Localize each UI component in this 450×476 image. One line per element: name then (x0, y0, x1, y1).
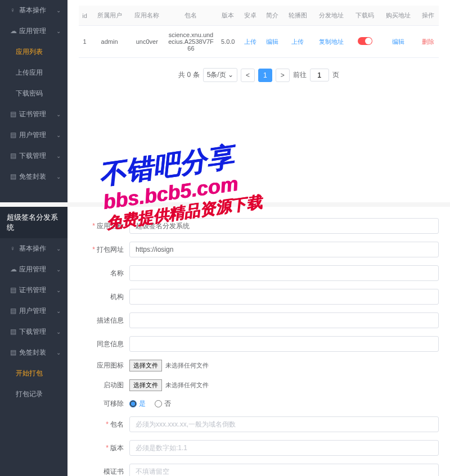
sidebar-item-用户管理[interactable]: ▤用户管理⌄ (0, 301, 68, 321)
sidebar-item-下载管理[interactable]: ▤下载管理⌄ (0, 321, 68, 342)
th-id: id (79, 6, 91, 26)
pkg-input[interactable] (129, 416, 439, 432)
upload-carousel-link[interactable]: 上传 (291, 38, 304, 45)
sidebar-item-应用列表[interactable]: 应用列表 (0, 42, 68, 62)
desc-label: 描述信息 (79, 316, 124, 325)
appname-label: 应用名称 (79, 221, 124, 231)
doc-icon: ▤ (10, 348, 17, 356)
sidebar-item-label: 证书管理 (19, 286, 46, 294)
edit-buy-link[interactable]: 编辑 (392, 38, 404, 45)
sidebar-item-label: 下载管理 (19, 328, 46, 336)
chevron-down-icon: ⌄ (56, 246, 61, 252)
copy-address-link[interactable]: 复制地址 (319, 38, 344, 45)
pager-page-1-button[interactable]: 1 (258, 69, 272, 82)
sidebar-item-上传应用[interactable]: 上传应用 (0, 62, 68, 83)
pager-next-button[interactable]: > (276, 69, 290, 82)
chevron-down-icon: ⌄ (56, 308, 61, 314)
th-下载码: 下载码 (350, 6, 380, 26)
sidebar-item-应用管理[interactable]: ☁应用管理⌄ (0, 259, 68, 280)
sidebar-item-label: 基本操作 (19, 6, 46, 14)
sidebar-item-打包记录[interactable]: 打包记录 (0, 384, 68, 405)
cert-label: 模证书 (79, 467, 124, 477)
chevron-down-icon: ⌄ (56, 266, 61, 273)
chevron-down-icon: ⌄ (56, 28, 61, 34)
icon-file-text: 未选择任何文件 (165, 361, 209, 370)
doc-icon: ▤ (10, 328, 17, 336)
sidebar-item-免签封装[interactable]: ▤免签封装⌄ (0, 166, 68, 187)
sidebar-item-证书管理[interactable]: ▤证书管理⌄ (0, 104, 68, 125)
splash-file-text: 未选择任何文件 (165, 381, 209, 389)
sidebar-item-开始打包[interactable]: 开始打包 (0, 363, 68, 384)
sidebar-item-label: 下载管理 (19, 152, 46, 160)
doc-icon: ▤ (10, 152, 17, 160)
app-table: id所属用户应用名称包名版本安卓简介轮播图分发地址下载码购买地址操作 1 adm… (79, 6, 439, 58)
name-input[interactable] (129, 265, 439, 281)
doc-icon: ▤ (10, 131, 17, 139)
cell-user: admin (91, 26, 128, 58)
splash-file-button[interactable]: 选择文件 (129, 379, 162, 391)
removable-no-label: 否 (164, 399, 171, 409)
doc-icon: ▤ (10, 173, 17, 180)
sidebar-item-证书管理[interactable]: ▤证书管理⌄ (0, 280, 68, 301)
th-轮播图: 轮播图 (283, 6, 313, 26)
chevron-down-icon: ⌄ (56, 287, 61, 293)
cell-pkg: science.xnu.undecius.A2538V7F66 (166, 26, 217, 58)
removable-yes-radio[interactable] (129, 400, 137, 407)
th-所属用户: 所属用户 (91, 6, 128, 26)
sidebar-item-基本操作[interactable]: ♀基本操作⌄ (0, 238, 68, 259)
bottom-screen: 超级签名分发系统 ♀基本操作⌄☁应用管理⌄▤证书管理⌄▤用户管理⌄▤下载管理⌄▤… (0, 207, 450, 476)
system-title: 超级签名分发系统 (0, 207, 68, 238)
url-input[interactable] (129, 242, 439, 257)
pager-goto-suffix: 页 (332, 70, 339, 80)
th-购买地址: 购买地址 (380, 6, 417, 26)
pager-goto-input[interactable] (310, 69, 329, 81)
th-包名: 包名 (166, 6, 217, 26)
upload-android-link[interactable]: 上传 (244, 38, 256, 45)
download-code-switch[interactable] (358, 37, 372, 45)
user-icon: ♀ (10, 244, 17, 252)
table-row: 1 admin unc0ver science.xnu.undecius.A25… (79, 26, 439, 58)
url-label: 打包网址 (79, 245, 124, 255)
sidebar-item-label: 免签封装 (19, 173, 46, 180)
removable-label: 可移除 (79, 399, 124, 409)
per-page-select[interactable]: 5条/页 ⌄ (203, 68, 237, 82)
org-label: 机构 (79, 292, 124, 302)
appname-input[interactable] (129, 218, 439, 234)
cell-appname: unc0ver (128, 26, 166, 58)
org-input[interactable] (129, 289, 439, 305)
pkg-label: 包名 (79, 420, 124, 429)
ver-input[interactable] (129, 440, 439, 456)
top-screen: ♀基本操作⌄☁应用管理⌄应用列表上传应用下载密码▤证书管理⌄▤用户管理⌄▤下载管… (0, 0, 450, 202)
th-应用名称: 应用名称 (128, 6, 166, 26)
chevron-down-icon: ⌄ (56, 111, 61, 117)
icon-label: 应用图标 (79, 361, 124, 370)
removable-no-radio[interactable] (155, 400, 162, 407)
sidebar-item-下载管理[interactable]: ▤下载管理⌄ (0, 146, 68, 166)
sidebar-item-用户管理[interactable]: ▤用户管理⌄ (0, 125, 68, 146)
cloud-icon: ☁ (10, 27, 17, 35)
chevron-down-icon: ⌄ (56, 350, 61, 356)
splash-label: 启动图 (79, 380, 124, 390)
sidebar-item-基本操作[interactable]: ♀基本操作⌄ (0, 0, 68, 21)
sidebar-item-下载密码[interactable]: 下载密码 (0, 83, 68, 104)
agree-input[interactable] (129, 336, 439, 352)
sidebar-item-label: 免签封装 (19, 348, 46, 356)
ver-label: 版本 (79, 443, 124, 453)
desc-input[interactable] (129, 312, 439, 328)
cert-input[interactable] (129, 464, 439, 476)
sidebar-bottom: 超级签名分发系统 ♀基本操作⌄☁应用管理⌄▤证书管理⌄▤用户管理⌄▤下载管理⌄▤… (0, 207, 68, 476)
removable-yes-label: 是 (139, 399, 146, 409)
delete-link[interactable]: 删除 (422, 38, 434, 45)
pager-goto-label: 前往 (293, 70, 307, 80)
sidebar-item-label: 基本操作 (19, 244, 46, 252)
sidebar-item-label: 用户管理 (19, 131, 46, 139)
th-分发地址: 分发地址 (313, 6, 350, 26)
sidebar-item-免签封装[interactable]: ▤免签封装⌄ (0, 342, 68, 363)
pager-prev-button[interactable]: < (241, 69, 255, 82)
doc-icon: ▤ (10, 286, 17, 294)
sidebar-item-应用管理[interactable]: ☁应用管理⌄ (0, 21, 68, 42)
form-content: 应用名称 打包网址 名称 机构 描述信息 同意信息 应用图标 选择文件 未选择任… (68, 207, 450, 476)
edit-intro-link[interactable]: 编辑 (266, 38, 278, 45)
sidebar-item-label: 开始打包 (16, 369, 43, 377)
icon-file-button[interactable]: 选择文件 (129, 360, 162, 371)
